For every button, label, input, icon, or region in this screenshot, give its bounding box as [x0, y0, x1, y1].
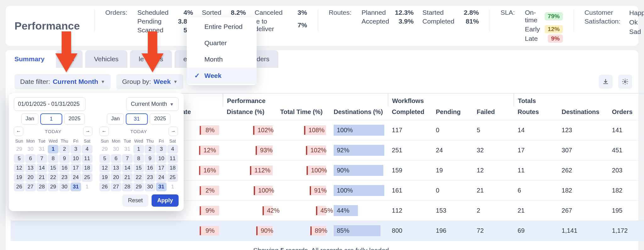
calendar-day[interactable]: 9: [59, 154, 70, 163]
cal-month[interactable]: Jan: [21, 113, 38, 125]
cal-day[interactable]: 1: [40, 113, 62, 125]
calendar-day[interactable]: 21: [122, 173, 133, 182]
calendar-day[interactable]: 14: [122, 164, 133, 172]
calendar-day[interactable]: 25: [82, 173, 92, 182]
calendar-day[interactable]: 12: [14, 164, 25, 172]
date-preset-select[interactable]: Current Month ▼: [126, 97, 179, 111]
calendar-day[interactable]: 25: [167, 173, 178, 182]
calendar-day[interactable]: 12: [99, 164, 110, 172]
calendar-day[interactable]: 16: [145, 164, 155, 172]
calendar-day[interactable]: 2: [59, 145, 70, 154]
calendar-day[interactable]: 4: [82, 145, 92, 154]
next-month-button[interactable]: →: [83, 127, 92, 136]
group-by-chip[interactable]: Group by: Week ▼: [116, 74, 183, 89]
calendar-day[interactable]: 28: [36, 182, 47, 191]
calendar-day[interactable]: 7: [122, 154, 133, 163]
calendar-day[interactable]: 6: [111, 154, 121, 163]
footer-note: Showing 5 records. All records are fully…: [6, 247, 638, 250]
apply-button[interactable]: Apply: [152, 194, 179, 207]
calendar-day[interactable]: 16: [59, 164, 70, 172]
calendar-day[interactable]: 4: [167, 145, 178, 154]
calendar-day[interactable]: 8: [133, 154, 144, 163]
today-label[interactable]: TODAY: [45, 129, 62, 134]
page-title: Performance: [14, 20, 80, 32]
calendar-day[interactable]: 14: [36, 164, 47, 172]
caret-down-icon: ▼: [101, 79, 105, 84]
calendar-day[interactable]: 20: [111, 173, 121, 182]
calendar-day[interactable]: 13: [111, 164, 121, 172]
calendar-day[interactable]: 28: [122, 182, 133, 191]
caret-down-icon: ▼: [173, 79, 178, 84]
table-total-row: 9%90%89%85%80019672691,1411,172: [11, 221, 644, 241]
settings-button[interactable]: [618, 75, 632, 89]
calendar-day[interactable]: 31: [156, 182, 167, 191]
calendar-day[interactable]: 31: [70, 182, 81, 191]
calendar-day[interactable]: 30: [145, 182, 155, 191]
calendar-day[interactable]: 20: [25, 173, 36, 182]
calendar-day[interactable]: 1: [48, 145, 58, 154]
calendar-day[interactable]: 26: [99, 182, 110, 191]
group-option-month[interactable]: Month: [187, 51, 257, 68]
group-option-quarter[interactable]: Quarter: [187, 35, 257, 51]
calendar-day[interactable]: 1: [133, 145, 144, 154]
calendar-day[interactable]: 11: [82, 154, 92, 163]
calendar-day[interactable]: 26: [14, 182, 25, 191]
today-label[interactable]: TODAY: [130, 129, 147, 134]
calendar-day[interactable]: 15: [48, 164, 58, 172]
calendar-day[interactable]: 19: [14, 173, 25, 182]
prev-month-button[interactable]: ←: [14, 127, 23, 136]
calendar-day: 31: [36, 145, 47, 154]
calendar-day[interactable]: 23: [145, 173, 155, 182]
calendar-day[interactable]: 11: [167, 154, 178, 163]
calendar-day[interactable]: 22: [133, 173, 144, 182]
check-icon: ✓: [194, 72, 201, 79]
cal-month[interactable]: Jan: [107, 113, 124, 125]
calendar-day[interactable]: 27: [111, 182, 121, 191]
calendar-day[interactable]: 5: [14, 154, 25, 163]
calendar-day[interactable]: 3: [156, 145, 167, 154]
calendar-day[interactable]: 24: [70, 173, 81, 182]
calendar-day[interactable]: 30: [59, 182, 70, 191]
tab-summary[interactable]: Summary: [6, 50, 53, 68]
tab-vehicles[interactable]: Vehicles: [85, 50, 127, 68]
prev-month-button[interactable]: ←: [99, 127, 109, 136]
calendar-day[interactable]: 23: [59, 173, 70, 182]
calendar-day[interactable]: 15: [133, 164, 144, 172]
calendar-day[interactable]: 9: [145, 154, 155, 163]
next-month-button[interactable]: →: [169, 127, 178, 136]
calendar-day[interactable]: 29: [48, 182, 58, 191]
group-option-week[interactable]: ✓Week: [187, 68, 257, 84]
calendar-day[interactable]: 29: [133, 182, 144, 191]
metrics-bar: Orders: Scheduled4% Pending3.8% Scanned5…: [92, 9, 644, 43]
calendar-start: Jan12025←TODAY→SunMonTueWedThuFriSat2930…: [14, 113, 92, 191]
calendar-day[interactable]: 8: [48, 154, 58, 163]
calendar-day[interactable]: 7: [36, 154, 47, 163]
cal-year[interactable]: 2025: [150, 113, 170, 125]
reset-button[interactable]: Reset: [122, 194, 148, 207]
date-range-panel: Current Month ▼ Jan12025←TODAY→SunMonTue…: [9, 93, 184, 211]
calendar-day[interactable]: 3: [70, 145, 81, 154]
calendar-day[interactable]: 24: [156, 173, 167, 182]
gear-icon: [622, 78, 629, 85]
calendar-day: 30: [111, 145, 121, 154]
calendar-day[interactable]: 18: [82, 164, 92, 172]
calendar-day[interactable]: 21: [36, 173, 47, 182]
calendar-day[interactable]: 13: [25, 164, 36, 172]
calendar-day[interactable]: 17: [70, 164, 81, 172]
download-button[interactable]: [599, 75, 613, 89]
group-option-entire-period[interactable]: Entire Period: [187, 19, 257, 35]
calendar-day[interactable]: 5: [99, 154, 110, 163]
cal-year[interactable]: 2025: [64, 113, 85, 125]
calendar-day[interactable]: 27: [25, 182, 36, 191]
cal-day[interactable]: 31: [126, 113, 148, 125]
calendar-day[interactable]: 2: [145, 145, 155, 154]
calendar-day[interactable]: 19: [99, 173, 110, 182]
date-range-input[interactable]: [14, 97, 86, 111]
calendar-day[interactable]: 6: [25, 154, 36, 163]
calendar-day[interactable]: 10: [156, 154, 167, 163]
calendar-day[interactable]: 22: [48, 173, 58, 182]
calendar-day[interactable]: 17: [156, 164, 167, 172]
date-filter-chip[interactable]: Date filter: Current Month ▼: [14, 74, 111, 89]
calendar-day[interactable]: 18: [167, 164, 178, 172]
calendar-day[interactable]: 10: [70, 154, 81, 163]
